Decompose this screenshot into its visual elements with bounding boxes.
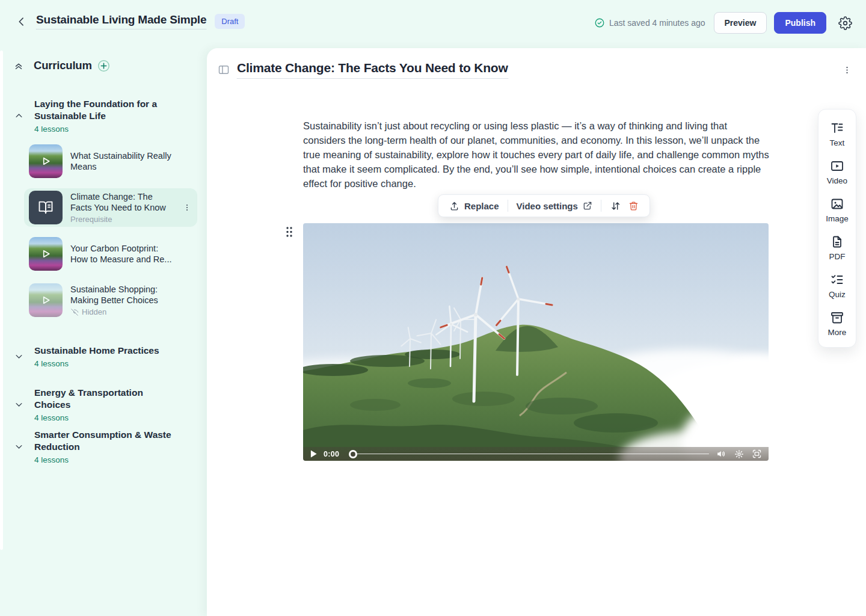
section-title: Sustainable Home Practices [34, 345, 179, 357]
add-section-button[interactable] [97, 60, 110, 72]
video-progress-track[interactable] [349, 450, 709, 458]
insert-quiz-button[interactable]: Quiz [829, 273, 846, 299]
video-time: 0:00 [324, 450, 339, 458]
lesson-menu-button[interactable] [183, 203, 191, 212]
insert-more-button[interactable]: More [828, 310, 847, 337]
back-button[interactable] [14, 14, 29, 29]
video-fullscreen-button[interactable] [752, 449, 762, 459]
video-block-icon [830, 159, 844, 173]
insert-pdf-button[interactable]: PDF [829, 235, 846, 261]
lesson-title: What Sustainability Really Means [70, 150, 176, 172]
toolbar-divider [508, 200, 508, 212]
insert-video-button[interactable]: Video [827, 159, 847, 185]
video-volume-button[interactable] [716, 449, 726, 459]
collapse-all-icon[interactable] [13, 60, 24, 71]
video-settings-button-player[interactable] [734, 449, 744, 459]
autosave-status: Last saved 4 minutes ago [594, 17, 705, 28]
lesson-header: Climate Change: The Facts You Need to Kn… [218, 61, 852, 79]
image-block-icon [830, 197, 844, 211]
sidebar-section-4[interactable]: Smarter Consumption & Waste Reduction 4 … [0, 429, 207, 464]
move-block-button[interactable] [606, 200, 625, 212]
section-meta: 4 lessons [34, 413, 179, 422]
preview-button[interactable]: Preview [714, 12, 767, 34]
video-play-button[interactable] [310, 449, 318, 458]
sidebar-toggle-icon[interactable] [218, 64, 230, 76]
insert-block-panel: Text Video Image PDF Quiz More [818, 109, 856, 348]
video-scene-wind-turbines [303, 223, 769, 461]
settings-button[interactable] [837, 15, 853, 31]
lesson-item-video-2[interactable]: Your Carbon Footprint: How to Measure an… [24, 235, 197, 273]
section-title: Energy & Transportation Choices [34, 387, 179, 411]
chevron-up-icon[interactable] [14, 111, 23, 120]
play-icon [310, 449, 318, 458]
chevron-down-icon[interactable] [14, 442, 23, 451]
upload-icon [449, 201, 459, 211]
book-open-icon [37, 199, 54, 216]
last-saved-text: Last saved 4 minutes ago [609, 18, 705, 28]
lesson-tag-hidden: Hidden [70, 307, 176, 316]
lesson-title: Sustainable Shopping: Making Better Choi… [70, 284, 176, 306]
header-left: Sustainable Living Made Simple Draft [14, 13, 245, 29]
lesson-intro-paragraph[interactable]: Sustainability isn’t just about recyclin… [303, 119, 771, 191]
sidebar-section-2[interactable]: Sustainable Home Practices 4 lessons [0, 345, 207, 368]
eye-off-icon [70, 308, 79, 316]
insert-image-button[interactable]: Image [826, 197, 849, 223]
check-circle-icon [594, 17, 605, 28]
section-meta: 4 lessons [34, 359, 179, 368]
lesson-tag-prerequisite: Prerequisite [70, 215, 176, 224]
replace-video-button[interactable]: Replace [446, 201, 503, 211]
pdf-block-icon [830, 235, 844, 249]
chevron-down-icon[interactable] [14, 352, 23, 361]
video-block-toolbar: Replace Video settings [438, 194, 650, 217]
kebab-menu-icon [843, 66, 852, 75]
lesson-item-selected[interactable]: Climate Change: The Facts You Need to Kn… [24, 188, 197, 227]
video-controls-bar: 0:00 [303, 447, 769, 461]
insert-text-button[interactable]: Text [830, 121, 845, 147]
lesson-options-button[interactable] [843, 66, 852, 75]
video-thumbnail [29, 237, 63, 271]
chevron-left-icon [16, 16, 28, 28]
play-icon [39, 155, 52, 168]
video-thumbnail [29, 144, 63, 178]
sidebar-section-1[interactable]: Laying the Foundation for a Sustainable … [0, 98, 207, 134]
lesson-page-title[interactable]: Climate Change: The Facts You Need to Kn… [237, 61, 508, 79]
video-settings-button[interactable]: Video settings [513, 201, 596, 211]
play-icon [39, 294, 52, 307]
video-scrubber-handle[interactable] [349, 450, 357, 458]
publish-button[interactable]: Publish [774, 12, 826, 34]
toolbar-divider [601, 200, 601, 212]
gear-icon [838, 16, 852, 30]
trash-icon [628, 201, 639, 211]
section-title: Laying the Foundation for a Sustainable … [34, 98, 179, 122]
quiz-block-icon [830, 273, 844, 287]
lesson-item-video-3[interactable]: Sustainable Shopping: Making Better Choi… [24, 281, 197, 319]
lesson-editor-card: Climate Change: The Facts You Need to Kn… [207, 48, 866, 616]
course-title[interactable]: Sustainable Living Made Simple [36, 13, 206, 29]
sidebar-section-3[interactable]: Energy & Transportation Choices 4 lesson… [0, 387, 207, 422]
fullscreen-icon [752, 449, 762, 459]
play-icon [39, 247, 52, 260]
kebab-menu-icon [183, 203, 191, 212]
block-drag-handle[interactable] [286, 226, 293, 238]
header-right: Last saved 4 minutes ago Preview Publish [594, 12, 853, 34]
video-player[interactable]: 0:00 [303, 223, 769, 461]
section-title: Smarter Consumption & Waste Reduction [34, 429, 179, 453]
external-link-icon [583, 201, 592, 211]
more-block-icon [830, 310, 844, 325]
lesson-title: Your Carbon Footprint: How to Measure an… [70, 243, 176, 265]
lesson-list: What Sustainability Really Means Climate… [24, 142, 197, 327]
status-badge: Draft [215, 14, 245, 29]
delete-block-button[interactable] [625, 201, 642, 211]
lesson-item-video-1[interactable]: What Sustainability Really Means [24, 142, 197, 180]
chevron-down-icon[interactable] [14, 400, 23, 409]
volume-icon [716, 449, 726, 459]
curriculum-title: Curriculum [34, 59, 92, 72]
section-meta: 4 lessons [34, 455, 179, 464]
text-block-icon [830, 121, 844, 135]
lesson-title: Climate Change: The Facts You Need to Kn… [70, 191, 176, 213]
curriculum-sidebar: Curriculum Laying the Foundation for a S… [0, 51, 207, 616]
swap-vertical-icon [610, 200, 621, 212]
video-progress-line [355, 454, 709, 455]
reading-lesson-tile [29, 191, 63, 224]
section-meta: 4 lessons [34, 125, 179, 134]
